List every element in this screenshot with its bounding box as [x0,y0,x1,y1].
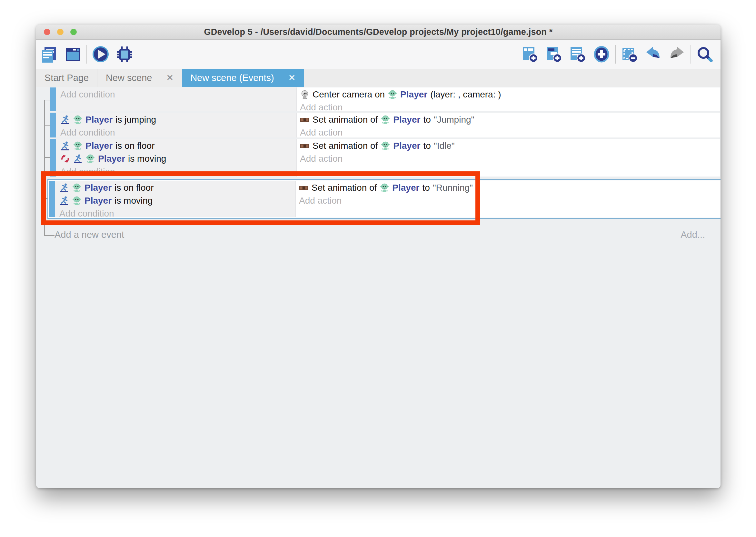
action-text: Set animation of [313,114,378,125]
tab-bar: Start Page New scene ✕ New scene (Events… [36,69,721,87]
action-text: to [423,141,431,151]
tab-label: New scene [106,73,152,83]
condition-line[interactable]: Player is on floor [60,140,296,152]
actions-cell[interactable]: Set animation of Player to "Jumping" Add… [297,113,720,138]
player-object-icon [72,196,82,206]
condition-text: is on floor [115,183,154,193]
event-drag-bar[interactable] [50,139,56,177]
action-value: "Jumping" [434,114,474,125]
toolbar-separator [87,45,87,63]
undo-icon[interactable] [644,46,662,63]
zoom-window-button[interactable] [70,29,77,35]
player-object-icon [381,141,390,151]
condition-text: is on floor [115,141,155,151]
conditions-cell[interactable]: Player is on floor Player is moving Add … [55,181,296,217]
tab-label: New scene (Events) [190,73,274,83]
condition-line-inverted[interactable]: Player is moving [60,152,296,165]
player-object-icon [73,115,83,125]
add-condition-link[interactable]: Add condition [60,165,296,177]
event-row-selected[interactable]: Player is on floor Player is moving Add … [49,181,720,217]
scene-editor-icon[interactable] [64,46,82,63]
toolbar-separator [691,45,691,63]
condition-line[interactable]: Player is on floor [59,181,295,194]
add-action-link[interactable]: Add action [300,101,720,111]
add-action-link[interactable]: Add action [300,152,720,165]
condition-line[interactable]: Player is moving [59,194,295,207]
action-line[interactable]: Set animation of Player to "Idle" [300,140,720,152]
platformer-behavior-icon [59,183,69,193]
object-name: Player [85,195,112,206]
toolbar-separator [615,45,616,63]
player-object-icon [86,154,95,164]
action-text: to [423,114,431,125]
tree-stub [44,100,50,101]
tree-vertical-line [44,100,45,236]
add-condition-link[interactable]: Add condition [60,88,296,101]
traffic-lights [44,29,77,35]
condition-text: is jumping [115,114,156,125]
event-drag-bar[interactable] [50,87,56,111]
gdevelop-window: GDevelop 5 - /Users/david/Documents/GDev… [36,24,721,488]
action-value: "Running" [433,183,473,193]
window-title: GDevelop 5 - /Users/david/Documents/GDev… [204,27,553,37]
add-circle-icon[interactable] [593,46,610,63]
conditions-cell[interactable]: Add condition [56,87,297,111]
remove-selection-icon[interactable] [621,46,638,63]
actions-cell[interactable]: Set animation of Player to "Running" Add… [296,181,720,217]
redo-icon[interactable] [668,46,686,63]
event-row[interactable]: Player is jumping Add condition Set anim… [50,113,720,138]
tree-stub [44,125,50,126]
camera-icon [300,90,310,100]
event-row[interactable]: Add condition Center camera on Player (l… [50,87,720,111]
player-object-icon [380,183,389,193]
object-name: Player [85,183,112,193]
tab-start-page[interactable]: Start Page [36,69,97,87]
add-more-link[interactable]: Add... [681,229,705,240]
animation-icon [300,115,310,125]
tab-label: Start Page [45,73,89,83]
event-drag-bar[interactable] [49,181,55,217]
add-condition-link[interactable]: Add condition [59,207,295,217]
events-sheet: Add condition Center camera on Player (l… [36,87,721,488]
platformer-behavior-icon [60,141,70,151]
play-icon[interactable] [92,46,109,63]
actions-cell[interactable]: Set animation of Player to "Idle" Add ac… [297,139,720,177]
action-text: to [422,183,430,193]
screenshot-stage: GDevelop 5 - /Users/david/Documents/GDev… [0,0,756,537]
event-row[interactable]: Player is on floor Player is moving Add … [50,139,720,177]
search-icon[interactable] [696,46,713,63]
events-sheet-icon[interactable] [40,46,58,63]
close-tab-icon[interactable]: ✕ [288,74,296,82]
object-name: Player [400,89,427,100]
conditions-cell[interactable]: Player is on floor Player is moving Add … [56,139,297,177]
tree-stub [44,157,50,158]
action-line[interactable]: Set animation of Player to "Running" [299,181,720,194]
actions-cell[interactable]: Center camera on Player (layer: , camera… [297,87,720,111]
player-object-icon [72,183,82,193]
event-drag-bar[interactable] [50,113,56,138]
add-subevent-icon[interactable] [545,46,562,63]
add-new-event-link[interactable]: Add a new event [55,229,124,240]
conditions-cell[interactable]: Player is jumping Add condition [56,113,297,138]
player-object-icon [388,90,397,100]
object-name: Player [86,141,113,151]
add-comment-icon[interactable] [569,46,586,63]
add-event-icon[interactable] [521,46,539,63]
add-condition-link[interactable]: Add condition [60,126,296,138]
debug-icon[interactable] [116,46,133,63]
add-action-link[interactable]: Add action [300,126,720,138]
tab-new-scene[interactable]: New scene ✕ [97,69,182,87]
add-action-link[interactable]: Add action [299,194,720,207]
condition-text: is moving [115,195,153,206]
action-line[interactable]: Set animation of Player to "Jumping" [300,113,720,126]
object-name: Player [392,183,419,193]
title-bar[interactable]: GDevelop 5 - /Users/david/Documents/GDev… [36,24,721,40]
close-window-button[interactable] [44,29,50,35]
condition-line[interactable]: Player is jumping [60,113,296,126]
object-name: Player [98,154,125,164]
action-line[interactable]: Center camera on Player (layer: , camera… [300,88,720,101]
tab-new-scene-events[interactable]: New scene (Events) ✕ [182,69,304,87]
minimize-window-button[interactable] [57,29,63,35]
action-text: (layer: , camera: ) [430,89,501,100]
close-tab-icon[interactable]: ✕ [167,74,174,82]
